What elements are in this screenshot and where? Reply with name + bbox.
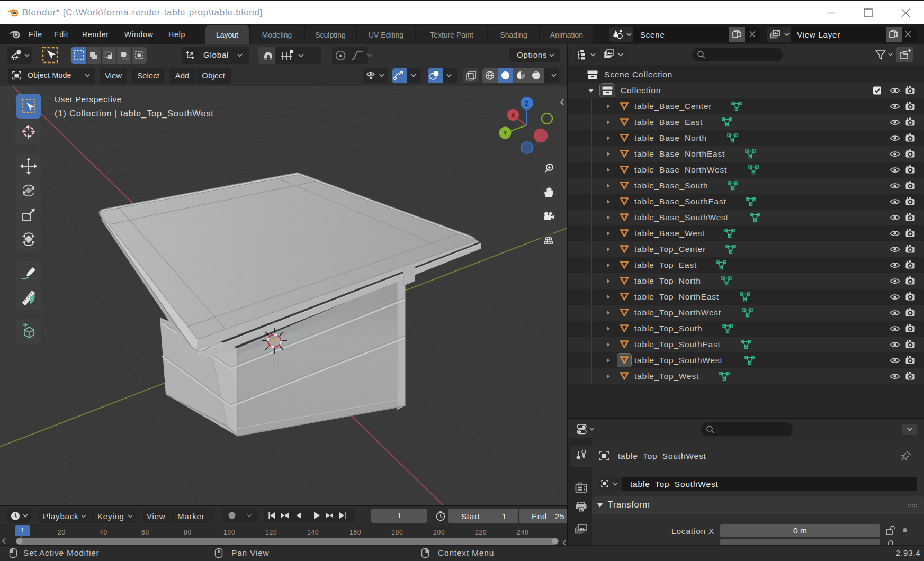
svg-text:Z: Z bbox=[525, 100, 528, 107]
svg-text:Y: Y bbox=[503, 130, 507, 137]
svg-text:X: X bbox=[511, 112, 515, 119]
